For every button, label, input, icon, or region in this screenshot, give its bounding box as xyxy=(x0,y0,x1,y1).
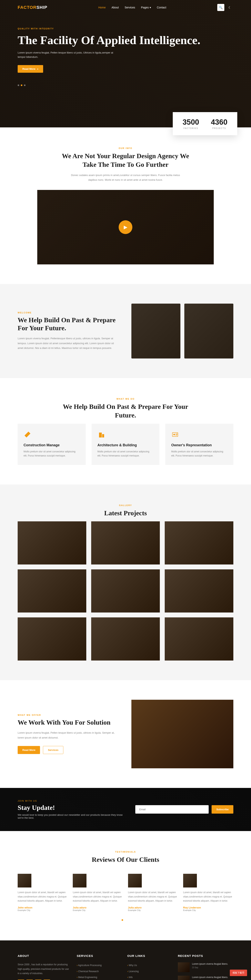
dot[interactable] xyxy=(18,84,19,86)
image xyxy=(131,304,181,358)
search-button[interactable]: 🔍 xyxy=(217,4,224,11)
card-text: Mollis pretium olor sit amet consectetur… xyxy=(98,450,154,458)
footer-link[interactable]: Info xyxy=(127,974,170,980)
play-icon: ▶ xyxy=(118,220,133,234)
hero-title: The Facility Of Applied Intelligence. xyxy=(18,34,233,47)
download-button[interactable]: 模板下载币 xyxy=(230,970,247,976)
post-title: Lorem ipsum viverra feugiat libero. xyxy=(192,963,228,966)
eyebrow: WHAT WE OFFER xyxy=(18,714,120,716)
section-title: We Help Build On Past & Prepare For Your… xyxy=(18,316,120,332)
hero-dots xyxy=(18,84,233,86)
gallery-item[interactable] xyxy=(18,617,86,660)
gallery-item[interactable] xyxy=(91,521,160,565)
section-text: Lorem ipsum viverra feugiat. Pellen tesq… xyxy=(18,730,120,740)
footer-heading: SERVICES xyxy=(77,954,120,958)
footer-text: Since 2000 , has built a reputation for … xyxy=(18,963,69,976)
section-title: Stay Update! xyxy=(18,804,128,811)
nav-about[interactable]: About xyxy=(112,6,119,9)
card-title: Architecture & Building xyxy=(98,443,154,447)
nav-services[interactable]: Services xyxy=(125,6,135,9)
testimonial-text: Lorem ipsum dolor sit amet, blandit vel … xyxy=(18,891,68,903)
dot[interactable] xyxy=(21,84,22,86)
section-title: Latest Projects xyxy=(57,509,194,517)
review-dots xyxy=(18,919,233,921)
footer-heading: RECENT POSTS xyxy=(178,954,233,958)
eyebrow: TESTIMONIALS xyxy=(18,851,233,853)
building-icon xyxy=(98,431,105,439)
nav-home[interactable]: Home xyxy=(98,6,106,9)
hero-text: Lorem ipsum viverra feugiat. Pellen tesq… xyxy=(18,51,116,59)
hero: QUALITY WITH INTEGRITY The Facility Of A… xyxy=(0,0,251,127)
eyebrow: OUR INFO xyxy=(18,147,233,150)
nav-pages[interactable]: Pages ▾ xyxy=(141,6,151,9)
gallery-item[interactable] xyxy=(165,521,233,565)
badge-icon xyxy=(171,431,179,439)
avatar xyxy=(183,874,197,888)
dot[interactable] xyxy=(125,919,126,921)
testimonial: Lorem ipsum dolor sit amet, blandit vel … xyxy=(18,874,68,912)
header: FACTORSHIP Home About Services Pages ▾ C… xyxy=(0,0,251,15)
video-player[interactable]: ▶ xyxy=(37,190,214,264)
post-image xyxy=(178,963,190,972)
testimonial: Lorem ipsum dolor sit amet, blandit vel … xyxy=(128,874,178,912)
service-card: Owner's Representation Mollis pretium ol… xyxy=(165,424,233,465)
footer-heading: ABOUT xyxy=(18,954,69,958)
solution-section: WHAT WE OFFER We Work With You For Solut… xyxy=(0,680,251,788)
card-title: Construction Manage xyxy=(24,443,80,447)
author: Julia aduro xyxy=(73,906,123,909)
post-date: 23 Sep xyxy=(192,966,228,969)
newsletter-section: JOIN WITH US Stay Update! We would love … xyxy=(0,788,251,831)
gallery-section: GALLERY Latest Projects xyxy=(0,485,251,680)
card-text: Mollis pretium olor sit amet consectetur… xyxy=(171,450,227,458)
section-text: We would love to keep you posted about o… xyxy=(18,813,128,819)
city: Example City xyxy=(183,909,233,912)
footer-link[interactable]: Why Us xyxy=(127,963,170,969)
image xyxy=(184,304,233,358)
footer-link[interactable]: Licencing xyxy=(127,969,170,975)
eyebrow: WELCOME xyxy=(18,312,120,314)
hero-cta[interactable]: Read More » xyxy=(18,65,43,73)
avatar xyxy=(73,874,86,888)
dot[interactable] xyxy=(122,919,123,921)
moon-icon: ☾ xyxy=(229,6,231,10)
section-title: We Help Build On Past & Prepare For Your… xyxy=(57,402,194,420)
footer-link[interactable]: Agriculture Processing xyxy=(77,963,120,969)
hero-tagline: QUALITY WITH INTEGRITY xyxy=(18,27,233,30)
testimonial-text: Lorem ipsum dolor sit amet, blandit vel … xyxy=(73,891,123,903)
footer-link[interactable]: Metal Engineering xyxy=(77,974,120,980)
dot[interactable] xyxy=(128,919,129,921)
section-title: We Work With You For Solution xyxy=(18,719,120,727)
gallery-item[interactable] xyxy=(18,570,86,612)
gallery-item[interactable] xyxy=(165,617,233,660)
subscribe-button[interactable]: Subscribe xyxy=(212,805,233,814)
image xyxy=(131,700,233,768)
gallery-item[interactable] xyxy=(91,617,160,660)
gallery-item[interactable] xyxy=(91,570,160,612)
theme-toggle[interactable]: ☾ xyxy=(226,4,233,11)
author: Julia aduro xyxy=(128,906,178,909)
service-card: Construction Manage Mollis pretium olor … xyxy=(18,424,86,465)
eyebrow: WHAT WE DO xyxy=(18,398,233,400)
city: Example City xyxy=(18,909,68,912)
testimonial: Lorem ipsum dolor sit amet, blandit vel … xyxy=(183,874,233,912)
city: Example City xyxy=(128,909,178,912)
section-text: Lorem ipsum viverra feugiat. Pellentesqu… xyxy=(18,336,120,351)
author: Roy Linderson xyxy=(183,906,233,909)
services-section: WHAT WE DO We Help Build On Past & Prepa… xyxy=(0,378,251,485)
services-button[interactable]: Services xyxy=(43,746,63,754)
footer-link[interactable]: Chemical Research xyxy=(77,969,120,975)
gallery-item[interactable] xyxy=(18,521,86,565)
email-input[interactable] xyxy=(135,805,209,814)
post-title: Lorem ipsum viverra feugiat libero. xyxy=(192,976,228,979)
logo[interactable]: FACTORSHIP xyxy=(18,5,47,10)
nav-contact[interactable]: Contact xyxy=(157,6,166,9)
read-more-button[interactable]: Read More xyxy=(18,746,40,754)
author: John wilson xyxy=(18,906,68,909)
recent-post[interactable]: Lorem ipsum viverra feugiat libero.23 Se… xyxy=(178,976,233,980)
gallery-item[interactable] xyxy=(165,570,233,612)
reviews-section: TESTIMONIALS Reviews Of Our Clients Lore… xyxy=(0,831,251,940)
stats-box: 3500FACTORIES 4360PROJECTS xyxy=(173,112,237,135)
footer-heading: OUR LINKS xyxy=(127,954,170,958)
dot[interactable] xyxy=(24,84,26,86)
recent-post[interactable]: Lorem ipsum viverra feugiat libero.23 Se… xyxy=(178,963,233,972)
